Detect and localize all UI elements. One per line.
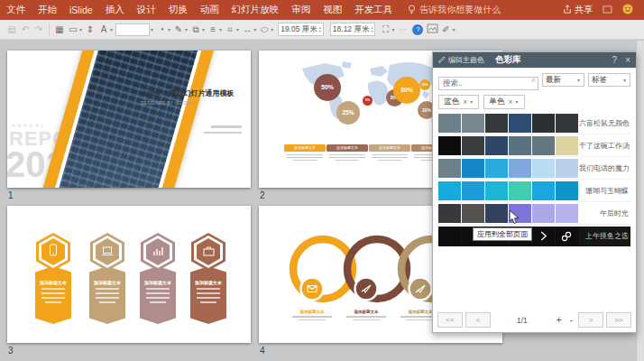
scrollbar-strip[interactable] [636, 41, 644, 361]
palette-row[interactable]: 我们电话的魔力 [438, 159, 630, 180]
color-swatch[interactable] [532, 181, 555, 200]
chevron-down-icon[interactable]: ▾ [516, 98, 519, 105]
color-swatch[interactable] [556, 204, 578, 223]
dropdown-icon[interactable]: ▾ [79, 26, 82, 32]
crop-icon[interactable]: ⛶ [379, 20, 391, 40]
slide-thumbnail-3[interactable]: 添加标题文本 添加标题文本 添加标题文本 添加标题文本 [7, 206, 251, 343]
color-swatch[interactable] [509, 114, 531, 133]
palette-row[interactable]: 午后时光 [438, 204, 630, 225]
help-icon[interactable]: ? [412, 24, 423, 35]
color-swatch[interactable] [556, 159, 578, 178]
last-page-button[interactable]: >> [606, 312, 631, 328]
panel-help-button[interactable]: ? [612, 55, 618, 65]
panel-close-button[interactable]: × [625, 55, 630, 65]
smiley-feedback-icon[interactable] [622, 4, 633, 16]
color-swatch[interactable] [556, 136, 578, 155]
color-swatch[interactable] [485, 204, 508, 223]
color-swatch[interactable] [509, 136, 531, 155]
color-swatch[interactable] [462, 159, 484, 178]
dropdown-icon[interactable]: ▾ [219, 26, 222, 32]
color-swatch[interactable] [485, 114, 508, 133]
color-swatch[interactable] [556, 114, 578, 133]
flag-icon[interactable] [603, 5, 612, 15]
prev-page-button[interactable]: < [465, 312, 491, 328]
menu-tab-10[interactable]: 开发工具 [348, 0, 399, 20]
menu-tab-0[interactable]: 文件 [0, 0, 32, 20]
dropdown-icon[interactable]: ▾ [253, 26, 256, 32]
sort-dropdown[interactable]: 最新 ▾ [542, 73, 584, 87]
palette-row[interactable]: 六亩松鼠无颜色 [438, 114, 630, 134]
menu-tab-7[interactable]: 幻灯片放映 [225, 0, 286, 20]
font-color-icon[interactable]: A [97, 20, 110, 40]
menu-tab-3[interactable]: 插入 [99, 0, 131, 20]
color-swatch[interactable] [532, 114, 555, 133]
menu-tab-1[interactable]: 开始 [32, 0, 63, 20]
menu-tab-5[interactable]: 切换 [162, 0, 194, 20]
color-swatch[interactable] [509, 159, 531, 178]
grid-icon[interactable]: ⌗ [224, 20, 236, 40]
dropdown-icon[interactable]: ▾ [391, 26, 394, 32]
panel-header[interactable]: 编辑主题色 色彩库 ? × [433, 52, 636, 68]
font-size-combo[interactable] [115, 23, 150, 36]
align-icon[interactable]: ≡ [207, 20, 219, 40]
filter-chip-mono[interactable]: 单色 × ▾ [483, 95, 524, 109]
zoom-in-button[interactable]: + [554, 315, 565, 325]
draw-pencil-icon[interactable]: ✐ [439, 20, 452, 40]
search-box[interactable]: ⌕ [438, 73, 538, 90]
color-swatch[interactable] [532, 136, 555, 155]
dropdown-icon[interactable]: ▾ [452, 26, 455, 32]
color-swatch[interactable] [438, 114, 461, 133]
outline-pen-icon[interactable]: ✎ [172, 20, 185, 40]
copy-format-icon[interactable]: ⧉ [189, 20, 202, 40]
next-colors-icon[interactable] [536, 229, 550, 244]
first-page-button[interactable]: << [437, 312, 463, 328]
dropdown-icon[interactable]: ▾ [271, 26, 273, 32]
tag-dropdown[interactable]: 标签 ▾ [588, 73, 630, 87]
color-swatch[interactable] [438, 136, 461, 155]
zoom-out-button[interactable]: - [567, 315, 575, 325]
picture-icon[interactable] [427, 23, 438, 35]
chevron-down-icon[interactable]: ▾ [470, 98, 473, 105]
dropdown-icon[interactable]: ▾ [151, 26, 153, 32]
color-swatch[interactable] [509, 181, 531, 200]
color-swatch[interactable] [532, 204, 555, 223]
color-swatch[interactable] [462, 136, 484, 155]
dropdown-icon[interactable]: ▾ [236, 26, 239, 32]
menu-tab-2[interactable]: iSlide [63, 0, 99, 20]
color-swatch[interactable] [462, 181, 484, 200]
layout-icon[interactable]: ▭ [67, 20, 79, 40]
menu-tab-8[interactable]: 审阅 [285, 0, 317, 20]
color-swatch[interactable] [438, 204, 461, 223]
menu-tab-4[interactable]: 设计 [131, 0, 162, 20]
color-swatch[interactable] [485, 136, 508, 155]
palette-row[interactable]: 干了这碗工作汤 [438, 136, 630, 157]
color-swatch[interactable] [438, 227, 461, 245]
edit-theme-button[interactable]: 编辑主题色 [438, 55, 484, 65]
next-page-button[interactable]: > [578, 312, 603, 328]
menu-tab-9[interactable]: 视图 [317, 0, 348, 20]
color-swatch[interactable] [485, 181, 508, 200]
color-swatch[interactable] [462, 204, 484, 223]
tell-me-search[interactable]: 告诉我你想要做什么 [408, 4, 501, 16]
spacing-icon[interactable]: ⇕ [84, 20, 97, 40]
color-swatch[interactable] [462, 114, 484, 133]
color-swatch[interactable] [438, 181, 461, 200]
chip-close-icon[interactable]: × [508, 97, 512, 106]
dropdown-icon[interactable]: ▾ [110, 26, 113, 32]
shape-icon[interactable]: ⬭ [258, 20, 271, 40]
color-swatch[interactable] [556, 181, 578, 200]
color-swatch[interactable] [485, 159, 508, 178]
share-button[interactable]: 共享 [563, 4, 593, 16]
menu-tab-6[interactable]: 动画 [194, 0, 225, 20]
width-field[interactable]: 19.05 厘米 ▴▾ [278, 23, 324, 36]
chip-close-icon[interactable]: × [463, 97, 467, 106]
palette-row[interactable]: 珊瑚与玉蝴蝶 [438, 181, 630, 202]
width-stepper[interactable]: ▴▾ [319, 26, 321, 33]
palette-row[interactable]: 上午摸鱼之选 [438, 227, 630, 246]
dropdown-icon[interactable]: ▾ [202, 26, 205, 32]
slide-thumbnail-1[interactable]: ANNUAL REPORT 2018 iSlide™ 商业幻灯片通用模板 DES… [7, 51, 251, 188]
height-stepper[interactable]: ▴▾ [371, 26, 373, 33]
height-field[interactable]: 18.12 厘米 ▴▾ [330, 23, 376, 36]
color-swatch[interactable] [438, 159, 461, 178]
fill-color-icon[interactable]: ◔ [155, 20, 168, 40]
